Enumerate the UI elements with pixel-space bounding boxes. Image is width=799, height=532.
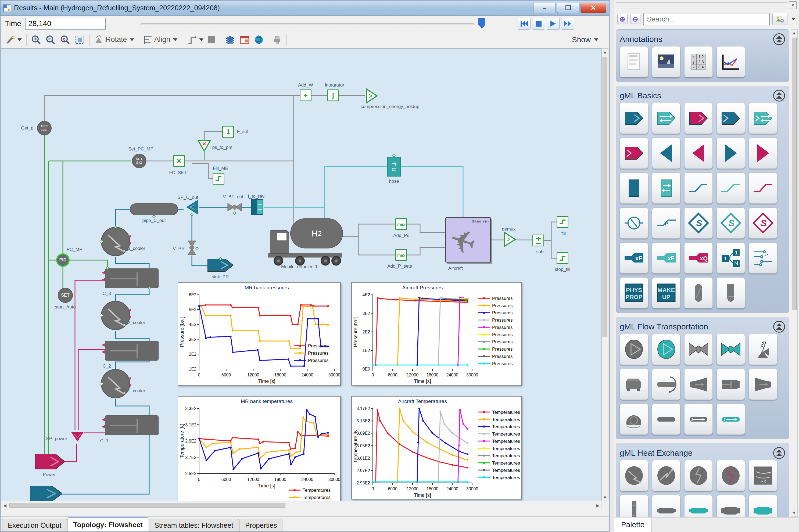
xf-teal-icon[interactable]: xF — [620, 242, 648, 273]
node-C_3[interactable] — [105, 268, 158, 288]
search-input[interactable] — [643, 13, 770, 25]
stop-button[interactable] — [532, 18, 545, 30]
pump-gray-icon[interactable] — [620, 334, 648, 365]
node-ps_to_pm[interactable]: ✕ — [197, 140, 211, 153]
route-button[interactable] — [184, 33, 206, 47]
collapse-section-icon[interactable] — [773, 321, 785, 332]
tab-topology-flowsheet[interactable]: Topology: Flowsheet — [68, 517, 148, 531]
fast-forward-button[interactable] — [561, 18, 574, 30]
window-layout-button[interactable] — [237, 33, 252, 47]
shell-tube-teal-icon[interactable] — [684, 495, 713, 517]
table-annotation-icon[interactable]: x1.2y2.3z3.4 — [684, 46, 713, 77]
print-button[interactable] — [270, 33, 284, 47]
node-Aircraft[interactable]: (fill.no_vel)✈ — [445, 217, 491, 263]
node-C_1_cooler[interactable] — [100, 369, 131, 400]
scroll-right-icon[interactable]: ▶ — [594, 502, 601, 509]
sink-magenta-icon[interactable] — [620, 137, 648, 169]
blower-icon[interactable] — [620, 403, 648, 435]
plot-aircraft-pressures[interactable]: Aircraft Pressures0E01E22E23E24E20600012… — [351, 282, 522, 385]
tab-execution-output[interactable]: Execution Output — [2, 519, 67, 531]
zoom-reset-icon[interactable]: x — [58, 33, 72, 47]
time-slider-track[interactable] — [140, 23, 475, 25]
scroll-left-icon[interactable]: ◀ — [1, 502, 8, 509]
node-Power[interactable] — [35, 454, 65, 471]
splitter-s-teal-icon[interactable]: S — [684, 207, 713, 239]
node-hose[interactable]: ⇉⇇ — [387, 157, 401, 176]
node-fill[interactable] — [556, 216, 568, 228]
signal-break-magenta-icon[interactable] — [749, 172, 777, 204]
close-button[interactable]: ✕ — [581, 3, 606, 13]
heater-circle-icon[interactable] — [652, 460, 681, 491]
splitter-s-magenta-icon[interactable]: S — [749, 207, 777, 239]
piston-compressor-icon[interactable] — [717, 369, 745, 400]
pipe-flow-gray-icon[interactable]: 2 — [684, 403, 713, 435]
vessel-icon[interactable] — [717, 277, 745, 308]
node-Add_P_sets[interactable]: max — [395, 249, 407, 261]
node-C_2_cooler[interactable] — [100, 300, 131, 331]
expander-icon[interactable] — [684, 369, 713, 400]
zoom-in-icon[interactable] — [29, 33, 43, 47]
block-bidir-teal-icon[interactable] — [652, 172, 681, 204]
image-annotation-icon[interactable] — [652, 46, 681, 77]
palette-filter-caret[interactable] — [791, 18, 796, 20]
collapse-section-icon[interactable] — [773, 33, 785, 45]
rotate-button[interactable]: Rotate — [92, 33, 136, 47]
node-stop_fill[interactable] — [556, 252, 568, 264]
column-icon[interactable] — [684, 277, 713, 308]
motor-compressor-icon[interactable] — [620, 369, 648, 400]
node-Fill_MR[interactable] — [213, 173, 224, 185]
canvas-vertical-scrollbar[interactable]: ▲ ▼ — [602, 49, 608, 501]
collapse-section-icon[interactable] — [773, 90, 785, 101]
tab-stream-tables-flowsheet[interactable]: Stream tables: Flowsheet — [149, 519, 239, 531]
palette-scrollbar[interactable]: ▲ ▼ — [791, 29, 798, 517]
node-Add_Ps[interactable]: max — [395, 218, 407, 230]
collapse-all-button[interactable]: ⊖ — [630, 14, 641, 24]
node-compression_energy_holdup[interactable] — [365, 88, 378, 105]
signal-break-lightteal-icon[interactable] — [717, 172, 745, 204]
expand-all-button[interactable]: ⊕ — [617, 14, 628, 24]
restore-button[interactable]: ❐ — [557, 3, 579, 13]
node-start_Auto[interactable]: SET — [58, 288, 73, 303]
play-button[interactable] — [547, 18, 559, 30]
node-sub[interactable] — [532, 234, 544, 246]
node-Mobile_refueler_1[interactable]: H2 — [266, 216, 346, 266]
node-Get_p[interactable]: GETSIG — [37, 121, 52, 135]
valve-gray-icon[interactable] — [684, 334, 713, 365]
source-bidir-teal-icon[interactable] — [652, 103, 681, 134]
sink-teal-icon[interactable] — [717, 103, 745, 134]
source-magenta-icon[interactable] — [684, 103, 713, 134]
cooler-circle-icon[interactable] — [620, 460, 648, 491]
source-teal-icon[interactable] — [620, 103, 648, 134]
triangle-left-teal-icon[interactable] — [652, 137, 681, 169]
globe-button[interactable] — [252, 33, 266, 47]
relief-valve-icon[interactable] — [749, 334, 777, 365]
node-f_to_rev[interactable] — [251, 200, 263, 215]
node-Set_PC_MP[interactable]: SETSIG — [132, 154, 147, 168]
node-C_3_cooler[interactable] — [100, 227, 131, 258]
shell-tube-gray-icon[interactable] — [652, 495, 681, 517]
triangle-left-magenta-icon[interactable] — [684, 137, 713, 169]
node-integrator[interactable]: ∫ — [327, 90, 339, 101]
pointer-tool-button[interactable] — [3, 33, 24, 47]
hx-network-icon[interactable]: HX — [749, 460, 777, 491]
scroll-up-icon[interactable]: ▲ — [602, 49, 608, 56]
palette-settings-button[interactable] — [773, 13, 787, 25]
time-input[interactable] — [25, 18, 106, 30]
title-bar[interactable]: Results - Main (Hydrogen_Refuelling_Syst… — [1, 1, 609, 16]
node-C_2[interactable] — [105, 341, 158, 361]
xf-lightteal-icon[interactable]: xF — [652, 242, 681, 273]
node-PC_MP[interactable]: PID — [56, 253, 70, 267]
collapse-section-icon[interactable] — [773, 447, 785, 459]
plot-mr-bank-temperatures[interactable]: MR bank temperatures2.5E22.7E22.9E23.1E2… — [178, 396, 341, 501]
rotating-pipe-icon[interactable] — [652, 369, 681, 400]
pump-teal-icon[interactable] — [652, 334, 681, 365]
triangle-right-teal-icon[interactable] — [717, 137, 745, 169]
fill-color-button[interactable] — [206, 33, 218, 47]
make-up-icon[interactable]: MAKEUP — [652, 277, 681, 308]
signal-router-icon[interactable] — [749, 242, 777, 273]
node-pipe_C_out[interactable] — [130, 203, 178, 215]
finned-hx-teal-icon[interactable] — [749, 495, 777, 517]
block-teal-icon[interactable] — [620, 172, 648, 204]
align-button[interactable]: Align — [141, 33, 180, 47]
palette-scroll-down-icon[interactable]: ▼ — [791, 509, 797, 516]
